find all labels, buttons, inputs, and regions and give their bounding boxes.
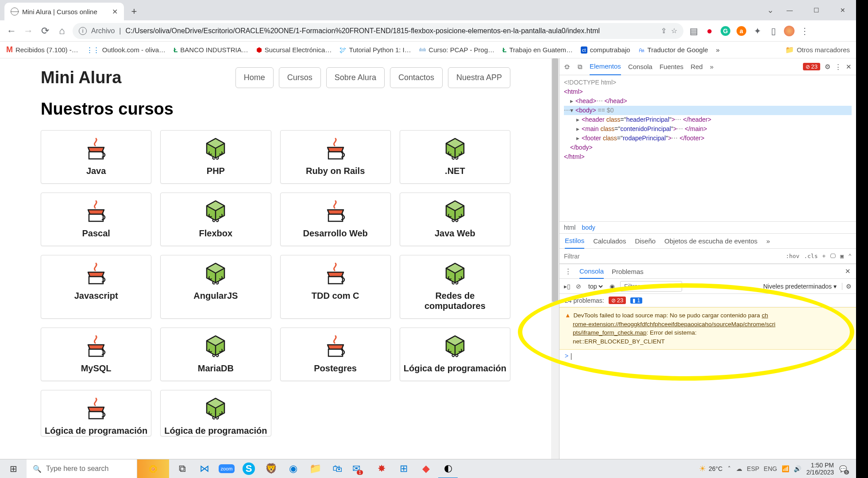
drawer-tab-problemas[interactable]: Problemas [612, 268, 644, 275]
clear-console-icon[interactable]: ⊘ [576, 283, 581, 290]
mail-icon[interactable]: ✉1 [350, 459, 369, 478]
nav-nuestra-app[interactable]: Nuestra APP [448, 67, 510, 88]
console-filter-input[interactable] [620, 281, 682, 292]
dom-breadcrumb[interactable]: html body [559, 221, 856, 234]
devtools-settings-icon[interactable]: ⚙ [825, 63, 830, 71]
course-card[interactable]: Flexbox [160, 193, 271, 246]
home-button[interactable]: ⌂ [56, 25, 68, 37]
course-card[interactable]: Ruby on Rails [280, 130, 391, 184]
computed-icon[interactable]: 🖵 [830, 253, 836, 259]
profile-avatar[interactable] [783, 25, 795, 37]
chrome-icon[interactable]: ◐ [438, 459, 458, 478]
tab-console[interactable]: Consola [628, 63, 652, 70]
course-card[interactable]: Postegres [280, 328, 391, 381]
tab-sources[interactable]: Fuentes [660, 63, 683, 70]
grammarly-extension-icon[interactable]: G [720, 25, 731, 37]
tray-chevron-icon[interactable]: ˄ [728, 465, 731, 472]
nav-home[interactable]: Home [235, 67, 274, 88]
pinterest-extension-icon[interactable]: ● [704, 25, 715, 37]
store-icon[interactable]: 🛍 [328, 459, 347, 478]
course-card[interactable]: Java [41, 130, 151, 184]
taskbar-search[interactable]: 🔍 Type here to search [27, 459, 137, 478]
calculator-icon[interactable]: ⊞ [394, 459, 413, 478]
bookmark-traductor[interactable]: 🗛Traductor de Google [638, 46, 708, 54]
volume-icon[interactable]: 🔊 [794, 465, 801, 472]
edge-icon[interactable]: ◉ [283, 459, 303, 478]
course-card[interactable]: Javascript [41, 255, 151, 319]
system-tray[interactable]: ☁ ESP ENG 📶 🔊 [736, 465, 801, 472]
devtools-menu-icon[interactable]: ⋮ [835, 63, 841, 71]
inspect-icon[interactable]: ⯐ [564, 63, 571, 70]
devtools-close-icon[interactable]: ✕ [846, 63, 852, 71]
brave-icon[interactable]: 🦁 [261, 459, 281, 478]
extensions-icon[interactable]: ✦ [752, 25, 763, 37]
scroll-thumb[interactable] [552, 58, 558, 302]
styles-filter-input[interactable] [564, 253, 781, 260]
browser-tab[interactable]: Mini Alura | Cursos online ✕ [4, 3, 124, 20]
weather-widget[interactable]: ☀26°C [699, 464, 722, 474]
styles-tab-diseno[interactable]: Diseño [635, 237, 656, 245]
styles-tab-listeners[interactable]: Objetos de escucha de eventos [664, 237, 757, 245]
course-card[interactable]: AngularJS [160, 255, 271, 319]
avast-extension-icon[interactable]: a [736, 25, 747, 37]
site-info-icon[interactable]: i [79, 27, 87, 35]
lang-esp[interactable]: ESP [747, 465, 759, 472]
other-bookmarks[interactable]: 📁Otros marcadores [785, 46, 850, 54]
taskbar-clock[interactable]: 1:50 PM 2/16/2023 [806, 462, 834, 476]
window-maximize[interactable]: ☐ [803, 0, 829, 20]
bookmark-star-icon[interactable]: ☆ [671, 27, 677, 35]
wifi-icon[interactable]: 📶 [782, 465, 789, 472]
device-toggle-icon[interactable]: ⧉ [578, 63, 583, 71]
chrome-menu-icon[interactable]: ⋮ [799, 25, 811, 37]
bookmark-sucursal[interactable]: ⬢Sucursal Electrónica… [256, 46, 332, 54]
course-card[interactable]: MySQL [41, 328, 151, 381]
toggle-sidebar-icon[interactable]: ▣ [840, 253, 844, 259]
error-badge[interactable]: 23 [803, 63, 820, 70]
anydesk-icon[interactable]: ◆ [416, 459, 436, 478]
tab-elements[interactable]: Elementos [590, 58, 621, 75]
bookmark-trabajo[interactable]: ŁTrabajo en Guatem… [502, 46, 573, 54]
course-card[interactable]: Lógica de programación [160, 390, 271, 436]
lang-eng[interactable]: ENG [764, 465, 777, 472]
add-rule-button[interactable]: + [822, 253, 826, 259]
drawer-menu-icon[interactable]: ⋮ [565, 267, 571, 275]
context-select[interactable]: top [586, 282, 604, 290]
drawer-close-icon[interactable]: ✕ [845, 267, 851, 275]
taskbar-widget[interactable]: 🌼 [137, 459, 169, 478]
share-icon[interactable]: ⇪ [661, 27, 667, 35]
page-scrollbar[interactable] [551, 58, 559, 459]
tabs-more[interactable]: » [710, 63, 714, 70]
zoom-icon[interactable]: zoom [217, 459, 236, 478]
skype-icon[interactable]: S [239, 459, 258, 478]
tab-network[interactable]: Red [691, 63, 703, 70]
live-expression-icon[interactable]: ◉ [610, 283, 615, 290]
course-card[interactable]: .NET [400, 130, 510, 184]
bookmark-gmail[interactable]: MRecibidos (7.100) -… [6, 45, 78, 54]
nav-cursos[interactable]: Cursos [279, 67, 321, 88]
hov-button[interactable]: :hov [786, 253, 799, 259]
console-sidebar-icon[interactable]: ▸▯ [564, 283, 571, 290]
forward-button[interactable]: → [22, 25, 35, 37]
course-card[interactable]: Redes de computadores [400, 255, 510, 319]
styles-tab-calculados[interactable]: Calculados [593, 237, 626, 245]
nav-contactos[interactable]: Contactos [390, 67, 443, 88]
console-settings-icon[interactable]: ⚙ [842, 283, 852, 290]
course-card[interactable]: Desarrollo Web [280, 193, 391, 246]
vscode-icon[interactable]: ⋈ [195, 459, 214, 478]
reload-button[interactable]: ⟳ [39, 25, 51, 37]
start-button[interactable]: ⊞ [0, 459, 27, 478]
bookmark-python[interactable]: 🕊Tutorial Python 1: I… [339, 46, 411, 54]
crumb-body[interactable]: body [582, 224, 595, 231]
bookmarks-overflow[interactable]: » [716, 46, 720, 54]
bookmark-banco[interactable]: ŁBANCO INDUSTRIA… [174, 46, 248, 54]
url-bar[interactable]: i Archivo | C:/Users/oliva/OneDrive/Escr… [73, 23, 683, 39]
window-minimize[interactable]: — [776, 0, 803, 20]
log-levels-select[interactable]: Niveles predeterminados ▾ [763, 283, 837, 290]
tabs-dropdown-icon[interactable]: ⌄ [767, 5, 774, 15]
problems-summary[interactable]: 24 problemas: 23 ▮ 1 [559, 294, 856, 307]
dom-tree[interactable]: <!DOCTYPE html> <html> ▸<head>⋯ </head> … [559, 75, 856, 221]
task-view-icon[interactable]: ⧉ [173, 459, 192, 478]
bookmark-pcap[interactable]: ılıılıCurso: PCAP - Prog… [419, 46, 495, 54]
app1-icon[interactable]: ✸ [372, 459, 391, 478]
course-card[interactable]: MariaDB [160, 328, 271, 381]
